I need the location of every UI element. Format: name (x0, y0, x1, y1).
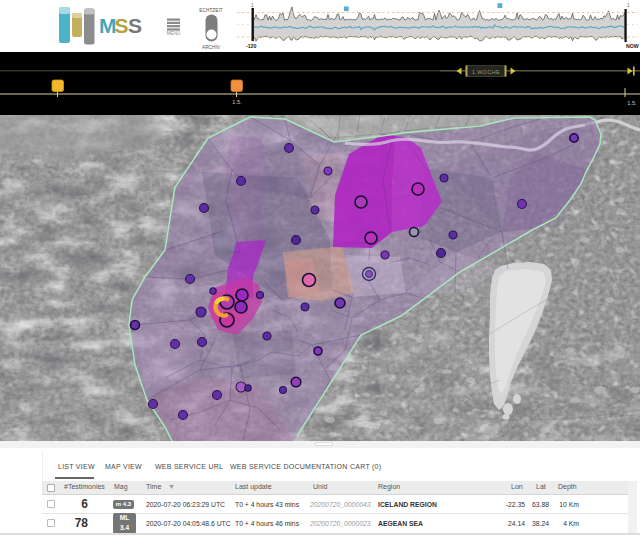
svg-text:S: S (115, 14, 129, 37)
svg-text:1: 1 (251, 3, 254, 8)
svg-text:M: M (99, 14, 116, 37)
svg-text:NOW: NOW (626, 43, 639, 49)
svg-text:1.5.: 1.5. (627, 100, 637, 106)
svg-text:1.5.: 1.5. (232, 99, 242, 105)
svg-text:ECHTZEIT: ECHTZEIT (199, 8, 223, 13)
svg-text:1: 1 (627, 3, 630, 8)
svg-text:MENÜ: MENÜ (167, 30, 181, 36)
svg-text:-120: -120 (246, 43, 256, 49)
svg-text:1 WOCHE: 1 WOCHE (472, 69, 500, 75)
svg-text:S: S (128, 14, 142, 37)
svg-text:ARCHIV: ARCHIV (202, 45, 221, 50)
